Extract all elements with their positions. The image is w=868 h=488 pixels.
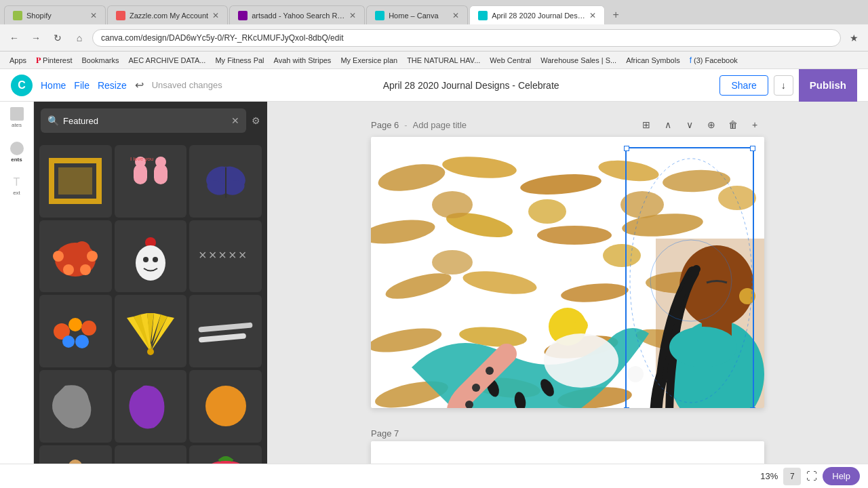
tab-canva-home-close[interactable]: ✕: [452, 11, 459, 20]
forward-button[interactable]: →: [27, 29, 45, 47]
tab-canva-april-close[interactable]: ✕: [589, 11, 596, 20]
bookmark-exercise[interactable]: My Exersice plan: [336, 55, 401, 66]
sticker-pink-characters[interactable]: I love you: [115, 145, 187, 218]
bookmark-facebook[interactable]: f (3) Facebook: [686, 54, 742, 66]
share-button[interactable]: Share: [719, 75, 768, 96]
resize-button[interactable]: Resize: [98, 80, 127, 91]
sticker-white-stripes[interactable]: [189, 295, 262, 367]
tab-zazzle[interactable]: Zazzle.com My Account ✕: [107, 5, 228, 24]
left-panel: 🔍 ✕ ⚙: [34, 102, 267, 464]
bookmark-aec[interactable]: AEC ARCHIVE DATA...: [125, 55, 210, 66]
canvas-area: Page 6 - ⊞ ∧ ∨ ⊕ 🗑 +: [267, 102, 868, 464]
tab-canva-home[interactable]: Home – Canva ✕: [366, 5, 468, 24]
sticker-purple-blob[interactable]: [115, 370, 187, 443]
svg-point-29: [147, 348, 154, 355]
svg-point-67: [537, 226, 612, 245]
reload-button[interactable]: ↻: [49, 29, 66, 47]
toolbar-left: C Home File Resize ↩ Unsaved changes: [11, 75, 222, 96]
new-tab-button[interactable]: +: [606, 5, 625, 24]
bookmark-bar: Apps 𝐏 Pinterest Bookmarks AEC ARCHIVE D…: [0, 52, 868, 69]
bookmark-warehouse[interactable]: Warehouse Sales | S...: [536, 55, 620, 66]
home-nav-button[interactable]: ⌂: [71, 29, 88, 47]
svg-point-14: [53, 251, 64, 262]
sticker-x-pattern[interactable]: ×××××: [189, 220, 262, 293]
file-button[interactable]: File: [74, 80, 90, 91]
canvas-page-7[interactable]: [371, 441, 764, 464]
pinterest-label: Pinterest: [43, 56, 72, 64]
sticker-strawberry[interactable]: [189, 445, 262, 464]
home-button[interactable]: Home: [41, 80, 66, 91]
page-6-title-input[interactable]: [413, 120, 527, 130]
sticker-yellow-fan[interactable]: [115, 295, 187, 367]
page-down-button[interactable]: ∨: [680, 115, 699, 134]
bookmark-bookmarks[interactable]: Bookmarks: [78, 55, 123, 66]
download-button[interactable]: ↓: [774, 75, 793, 96]
sidebar-item-text[interactable]: T ext: [13, 176, 20, 196]
svg-marker-1: [58, 167, 92, 195]
bookmark-pinterest[interactable]: 𝐏 Pinterest: [32, 54, 76, 66]
address-input[interactable]: [92, 29, 841, 47]
fullscreen-button[interactable]: ⛶: [806, 470, 817, 483]
sticker-butterfly[interactable]: [189, 145, 262, 218]
svg-point-60: [376, 160, 448, 196]
page-layout-button[interactable]: ⊞: [637, 115, 656, 134]
unsaved-label: Unsaved changes: [152, 80, 222, 90]
svg-point-82: [620, 191, 664, 218]
tab-artsadd-close[interactable]: ✕: [349, 11, 356, 20]
sticker-colorful-flowers[interactable]: [39, 295, 112, 367]
svg-rect-31: [198, 333, 245, 342]
undo-button[interactable]: ↩: [135, 79, 144, 92]
bookmark-african[interactable]: African Symbols: [622, 55, 684, 66]
bookmark-avah[interactable]: Avah with Stripes: [270, 55, 336, 66]
tab-shopify[interactable]: Shopify ✕: [4, 5, 106, 24]
tab-zazzle-close[interactable]: ✕: [212, 11, 219, 20]
sticker-person-teal[interactable]: [39, 445, 112, 464]
tab-canva-april[interactable]: April 28 2020 Journal Designs – ✕: [469, 5, 605, 24]
bookmark-fitness[interactable]: My Fitness Pal: [211, 55, 268, 66]
canva-home-favicon: [375, 11, 384, 20]
svg-point-5: [155, 157, 166, 167]
canvas-page-6[interactable]: [371, 137, 764, 408]
tab-zazzle-title: Zazzle.com My Account: [130, 12, 208, 20]
sidebar-item-templates[interactable]: ates: [10, 107, 24, 128]
svg-point-90: [486, 367, 494, 375]
sticker-leaves-orange[interactable]: [115, 445, 187, 464]
svg-point-80: [432, 191, 473, 218]
african-label: African Symbols: [626, 56, 679, 64]
aec-label: AEC ARCHIVE DATA...: [129, 56, 206, 64]
avah-label: Avah with Stripes: [274, 56, 332, 64]
svg-point-17: [80, 264, 91, 275]
search-filter-button[interactable]: ⚙: [252, 115, 260, 126]
zazzle-favicon: [116, 11, 125, 20]
templates-icon: [10, 107, 24, 121]
search-input[interactable]: [63, 116, 231, 126]
sticker-blob-gray[interactable]: [39, 370, 112, 443]
bookmark-apps[interactable]: Apps: [5, 55, 31, 66]
search-icon: 🔍: [47, 115, 59, 126]
sticker-orange-circle[interactable]: [189, 370, 262, 443]
help-button[interactable]: Help: [823, 467, 860, 485]
svg-point-16: [63, 264, 74, 275]
publish-button[interactable]: Publish: [799, 69, 857, 102]
bookmark-star[interactable]: ★: [845, 29, 863, 47]
zoom-level: 13%: [760, 471, 778, 481]
sticker-bird-flowers[interactable]: [39, 220, 112, 293]
page-indicator[interactable]: 7: [783, 468, 801, 485]
sticker-gold-frame[interactable]: [39, 145, 112, 218]
page-add-button[interactable]: +: [745, 115, 764, 134]
sidebar-item-elements[interactable]: ents: [10, 142, 24, 163]
sticker-ghost[interactable]: [115, 220, 187, 293]
page-up-button[interactable]: ∧: [658, 115, 677, 134]
page-delete-button[interactable]: 🗑: [724, 115, 743, 134]
page-copy-button[interactable]: ⊕: [702, 115, 721, 134]
tab-shopify-close[interactable]: ✕: [90, 11, 97, 20]
download-icon: ↓: [781, 80, 786, 91]
search-clear-button[interactable]: ✕: [231, 115, 239, 126]
tab-artsadd[interactable]: artsadd - Yahoo Search Results ✕: [229, 5, 365, 24]
back-button[interactable]: ←: [5, 29, 23, 47]
svg-point-69: [383, 268, 454, 304]
warehouse-label: Warehouse Sales | S...: [540, 56, 616, 64]
bookmark-webcentral[interactable]: Web Central: [486, 55, 535, 66]
bookmark-natural[interactable]: THE NATURAL HAV...: [403, 55, 484, 66]
shopify-favicon: [13, 11, 22, 20]
